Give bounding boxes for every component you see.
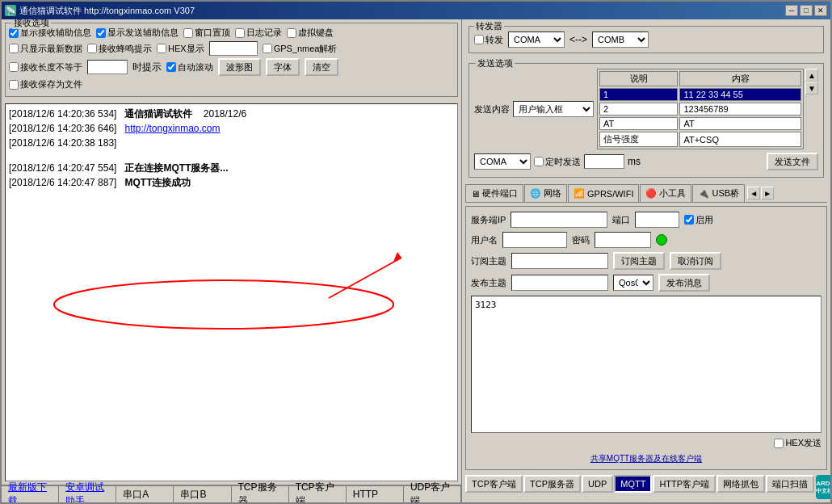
check-hex-send[interactable]: HEX发送 xyxy=(774,437,821,449)
check-gps[interactable]: GPS_nmea解析 xyxy=(263,43,338,55)
android-helper-link[interactable]: 安卓调试助手 xyxy=(59,486,116,502)
tab-port-scan[interactable]: 端口扫描 xyxy=(766,475,814,493)
check-vkeyboard-input[interactable] xyxy=(287,28,296,38)
share-link[interactable]: 共享MQTT服务器及在线客户端 xyxy=(471,453,821,464)
font-button[interactable]: 字体 xyxy=(266,58,300,76)
tab-network-capture[interactable]: 网络抓包 xyxy=(716,475,765,493)
check-forward-input[interactable] xyxy=(474,35,484,44)
com-select[interactable]: COMA xyxy=(474,153,531,170)
check-timed-send-input[interactable] xyxy=(534,157,544,166)
port-input[interactable]: 61613 xyxy=(635,212,679,228)
check-gps-input[interactable] xyxy=(263,44,272,53)
tab-tcp-client[interactable]: TCP客户端 xyxy=(465,475,523,493)
timed-value-input[interactable]: 1000 xyxy=(584,154,624,169)
check-recv-len[interactable]: 接收长度不等于 xyxy=(9,61,82,74)
check-window-top-input[interactable] xyxy=(183,28,193,38)
gprs-wifi-icon: 📶 xyxy=(574,188,585,199)
send-options-label: 发送选项 xyxy=(476,57,515,69)
tab-tools[interactable]: 🔴 小工具 xyxy=(640,184,691,202)
send-row-1: 发送内容 用户输入框 说明 内容 xyxy=(474,69,818,149)
check-enable[interactable]: 启用 xyxy=(684,214,713,226)
check-latest-only[interactable]: 只显示最新数据 xyxy=(9,43,82,55)
tab-http-client[interactable]: HTTP客户端 xyxy=(653,475,716,493)
check-timed-send[interactable]: 定时发送 xyxy=(534,156,581,168)
tab-left-arrow[interactable]: ◄ xyxy=(747,187,760,200)
clear-button[interactable]: 清空 xyxy=(305,58,338,76)
waveform-button[interactable]: 波形图 xyxy=(218,58,261,76)
minimize-button[interactable]: ─ xyxy=(785,5,798,16)
receive-options-group: 接收选项 显示接收辅助信息 显示发送辅助信息 窗口置顶 xyxy=(5,23,458,97)
tab-hardware-port[interactable]: 🖥 硬件端口 xyxy=(465,184,523,202)
mqtt-server-row: 服务端IP 端口 61613 启用 xyxy=(471,212,821,228)
comb-select[interactable]: COMB COMA xyxy=(592,32,649,48)
check-hex-send-input[interactable] xyxy=(774,439,784,448)
svg-marker-2 xyxy=(393,252,401,262)
status-udp-client: UDP客户端 xyxy=(404,486,461,502)
send-table: 说明 内容 1 11 22 33 44 55 2 xyxy=(597,69,804,149)
status-tcp-server: TCP服务器 xyxy=(232,486,289,502)
check-hex-display[interactable]: HEX显示 xyxy=(157,43,204,55)
arrow-label: <--> xyxy=(569,34,587,45)
password-input[interactable]: passwo xyxy=(595,232,651,248)
tab-usb-bridge[interactable]: 🔌 USB桥 xyxy=(692,184,745,202)
mqtt-message-textarea[interactable]: 3123 xyxy=(471,296,821,433)
status-serial-a: 串口A xyxy=(116,486,174,502)
tab-bar: 🖥 硬件端口 🌐 网络 📶 GPRS/WIFI 🔴 小工具 🔌 U xyxy=(465,184,827,203)
app-icon: 📡 xyxy=(5,5,16,16)
check-window-top[interactable]: 窗口置顶 xyxy=(183,27,230,39)
hex-value-input[interactable]: 11 22 33 xyxy=(209,41,258,56)
publish-topic-input[interactable]: shuangzu1 xyxy=(511,275,608,291)
tab-mqtt[interactable]: MQTT xyxy=(614,475,652,493)
check-show-send[interactable]: 显示发送辅助信息 xyxy=(96,27,179,39)
check-show-recv-input[interactable] xyxy=(9,28,19,38)
check-forward[interactable]: 转发 xyxy=(474,34,503,46)
table-row[interactable]: 2 123456789 xyxy=(599,103,801,116)
server-ip-label: 服务端IP xyxy=(471,214,506,226)
tab-network[interactable]: 🌐 网络 xyxy=(524,184,567,202)
check-beep-input[interactable] xyxy=(87,44,97,53)
username-input[interactable]: admin xyxy=(502,232,567,248)
check-latest-only-input[interactable] xyxy=(9,44,19,53)
tab-tcp-server[interactable]: TCP服务器 xyxy=(523,475,581,493)
table-row[interactable]: 信号强度 AT+CSQ xyxy=(599,132,801,147)
check-hex-display-input[interactable] xyxy=(157,44,166,53)
publish-topic-label: 发布主题 xyxy=(471,277,506,289)
subscribe-button[interactable]: 订阅主题 xyxy=(613,252,665,270)
check-enable-input[interactable] xyxy=(684,215,694,225)
unsubscribe-button[interactable]: 取消订阅 xyxy=(670,252,721,270)
coma-select[interactable]: COMA COMB xyxy=(508,32,565,48)
check-auto-scroll[interactable]: 自动滚动 xyxy=(166,61,213,74)
recv-line-5: [2018/12/6 14:20:47 887] MQTT连接成功 xyxy=(9,176,454,190)
check-save-file-input[interactable] xyxy=(9,80,19,90)
table-scroll-down[interactable]: ▼ xyxy=(805,82,818,94)
check-log[interactable]: 日志记录 xyxy=(235,27,282,39)
opts-row-2: 只显示最新数据 接收蜂鸣提示 HEX显示 11 22 33 GPS_nmea解析 xyxy=(9,41,454,56)
table-row[interactable]: AT AT xyxy=(599,117,801,130)
table-scroll-up[interactable]: ▲ xyxy=(805,69,818,82)
check-save-file[interactable]: 接收保存为文件 xyxy=(9,78,82,90)
subscribe-topic-input[interactable]: mydata xyxy=(511,253,608,269)
close-button[interactable]: ✕ xyxy=(814,5,827,16)
tab-right-arrow[interactable]: ► xyxy=(761,187,774,200)
title-bar-buttons: ─ □ ✕ xyxy=(785,5,827,16)
tab-gprs-wifi[interactable]: 📶 GPRS/WIFI xyxy=(568,184,639,202)
server-ip-input[interactable] xyxy=(511,212,607,228)
send-file-button[interactable]: 发送文件 xyxy=(767,153,818,170)
mqtt-subscribe-row: 订阅主题 mydata 订阅主题 取消订阅 xyxy=(471,252,821,270)
tab-udp[interactable]: UDP xyxy=(582,475,613,493)
new-version-link[interactable]: 最新版下载 xyxy=(2,486,59,502)
check-beep[interactable]: 接收蜂鸣提示 xyxy=(87,43,152,55)
check-vkeyboard[interactable]: 虚拟键盘 xyxy=(287,27,334,39)
check-show-send-input[interactable] xyxy=(96,28,106,38)
check-log-input[interactable] xyxy=(235,28,245,38)
time-prompt-label: 时提示 xyxy=(132,61,162,74)
send-content-select[interactable]: 用户输入框 xyxy=(513,101,594,117)
status-tcp-client: TCP客户端 xyxy=(289,486,347,502)
publish-button[interactable]: 发布消息 xyxy=(658,274,710,292)
recv-len-input[interactable] xyxy=(87,60,128,74)
check-auto-scroll-input[interactable] xyxy=(166,62,176,72)
restore-button[interactable]: □ xyxy=(800,5,813,16)
qos-select[interactable]: Qos0 Qos1 Qos2 xyxy=(613,275,653,291)
check-recv-len-input[interactable] xyxy=(9,62,19,72)
table-row[interactable]: 1 11 22 33 44 55 xyxy=(599,88,801,101)
